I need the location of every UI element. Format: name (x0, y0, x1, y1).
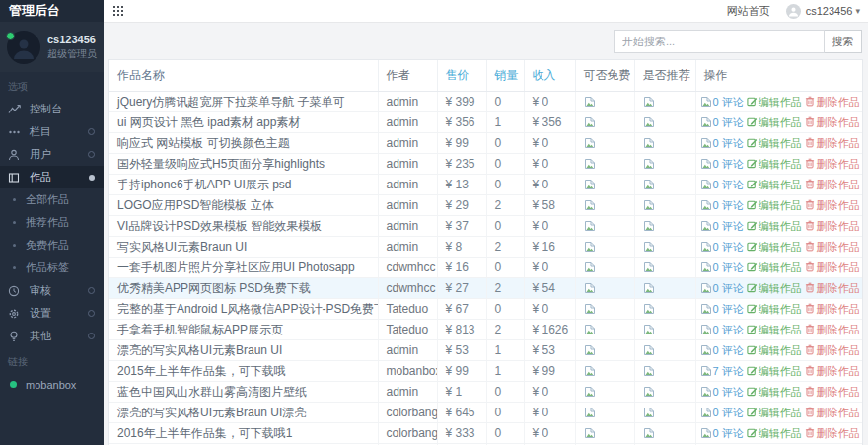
broken-image-icon[interactable] (584, 179, 596, 190)
edit-work-link[interactable]: 编辑作品 (747, 158, 802, 170)
comments-link[interactable]: 0 评论 (700, 137, 744, 149)
edit-work-link[interactable]: 编辑作品 (747, 427, 802, 439)
broken-image-icon[interactable] (643, 365, 655, 377)
broken-image-icon[interactable] (643, 137, 655, 149)
edit-work-link[interactable]: 编辑作品 (747, 179, 802, 190)
delete-work-link[interactable]: 删除作品 (805, 179, 860, 190)
broken-image-icon[interactable] (584, 303, 596, 315)
delete-work-link[interactable]: 删除作品 (805, 261, 860, 273)
work-title-link[interactable]: 写实风格UI元素Braun UI (117, 240, 247, 254)
sidebar-item-mobanbox[interactable]: mobanbox (0, 373, 104, 396)
broken-image-icon[interactable] (584, 137, 596, 149)
edit-work-link[interactable]: 编辑作品 (747, 282, 802, 294)
edit-work-link[interactable]: 编辑作品 (747, 137, 802, 149)
sidebar-item-settings[interactable]: 设置 (0, 302, 104, 325)
edit-work-link[interactable]: 编辑作品 (747, 365, 802, 377)
comments-link[interactable]: 0 评论 (700, 427, 744, 439)
comments-link[interactable]: 0 评论 (700, 303, 744, 315)
work-title-link[interactable]: 2015年上半年作品集，可下载哦 (117, 364, 286, 378)
broken-image-icon[interactable] (584, 344, 596, 356)
broken-image-icon[interactable] (584, 220, 596, 232)
broken-image-icon[interactable] (584, 158, 596, 170)
work-title-link[interactable]: 优秀精美APP网页图标 PSD免费下载 (117, 281, 311, 295)
comments-link[interactable]: 0 评论 (700, 386, 744, 398)
edit-work-link[interactable]: 编辑作品 (747, 199, 802, 211)
edit-work-link[interactable]: 编辑作品 (747, 324, 802, 335)
broken-image-icon[interactable] (584, 282, 596, 294)
edit-work-link[interactable]: 编辑作品 (747, 96, 802, 108)
sidebar-item-free-works[interactable]: 免费作品 (0, 234, 104, 257)
broken-image-icon[interactable] (643, 303, 655, 315)
delete-work-link[interactable]: 删除作品 (805, 282, 860, 294)
delete-work-link[interactable]: 删除作品 (805, 386, 860, 398)
apps-grid-icon[interactable] (113, 6, 124, 17)
comments-link[interactable]: 0 评论 (700, 220, 744, 232)
sidebar-item-columns[interactable]: 栏目 (0, 120, 104, 143)
work-title-link[interactable]: 国外轻量级响应式H5页面分享highlights (117, 157, 325, 171)
delete-work-link[interactable]: 删除作品 (805, 220, 860, 232)
broken-image-icon[interactable] (643, 96, 655, 108)
broken-image-icon[interactable] (584, 116, 596, 128)
edit-work-link[interactable]: 编辑作品 (747, 116, 802, 128)
broken-image-icon[interactable] (584, 365, 596, 377)
work-title-link[interactable]: LOGO应用PSD智能模板 立体 (117, 198, 274, 212)
broken-image-icon[interactable] (584, 386, 596, 398)
broken-image-icon[interactable] (643, 199, 655, 211)
column-header-income[interactable]: 收入 (524, 60, 575, 92)
broken-image-icon[interactable] (584, 241, 596, 253)
comments-link[interactable]: 0 评论 (700, 179, 744, 190)
broken-image-icon[interactable] (584, 199, 596, 211)
broken-image-icon[interactable] (584, 407, 596, 418)
user-name[interactable]: cs123456 ▾ (47, 34, 98, 45)
broken-image-icon[interactable] (584, 261, 596, 273)
sidebar-item-console[interactable]: 控制台 (0, 98, 104, 120)
work-title-link[interactable]: VI品牌设计PSD效果模板 智能效果模板 (117, 219, 322, 233)
comments-link[interactable]: 0 评论 (700, 158, 744, 170)
broken-image-icon[interactable] (584, 427, 596, 439)
edit-work-link[interactable]: 编辑作品 (747, 386, 802, 398)
delete-work-link[interactable]: 删除作品 (805, 158, 860, 170)
column-header-price[interactable]: 售价 (437, 60, 486, 92)
sidebar-item-work-tags[interactable]: 作品标签 (0, 257, 104, 279)
sidebar-item-users[interactable]: 用户 (0, 143, 104, 166)
comments-link[interactable]: 0 评论 (700, 324, 744, 335)
delete-work-link[interactable]: 删除作品 (805, 365, 860, 377)
comments-link[interactable]: 0 评论 (700, 344, 744, 356)
work-title-link[interactable]: 2016年上半年作品集，可下载哦1 (117, 426, 292, 440)
delete-work-link[interactable]: 删除作品 (805, 96, 860, 108)
delete-work-link[interactable]: 删除作品 (805, 407, 860, 418)
edit-work-link[interactable]: 编辑作品 (747, 241, 802, 253)
comments-link[interactable]: 0 评论 (700, 407, 744, 418)
edit-work-link[interactable]: 编辑作品 (747, 261, 802, 273)
broken-image-icon[interactable] (643, 427, 655, 439)
comments-link[interactable]: 0 评论 (700, 116, 744, 128)
site-home-link[interactable]: 网站首页 (727, 4, 770, 19)
work-title-link[interactable]: 蓝色中国风山水群山雾高清图片壁纸 (117, 385, 307, 399)
broken-image-icon[interactable] (643, 261, 655, 273)
broken-image-icon[interactable] (643, 324, 655, 335)
broken-image-icon[interactable] (584, 96, 596, 108)
delete-work-link[interactable]: 删除作品 (805, 324, 860, 335)
delete-work-link[interactable]: 删除作品 (805, 344, 860, 356)
broken-image-icon[interactable] (643, 407, 655, 418)
sidebar-item-other[interactable]: 其他 (0, 325, 104, 347)
edit-work-link[interactable]: 编辑作品 (747, 407, 802, 418)
broken-image-icon[interactable] (643, 344, 655, 356)
delete-work-link[interactable]: 删除作品 (805, 116, 860, 128)
broken-image-icon[interactable] (643, 241, 655, 253)
column-header-sales[interactable]: 销量 (486, 60, 524, 92)
broken-image-icon[interactable] (643, 179, 655, 190)
work-title-link[interactable]: 漂亮的写实风格UI元素Braun UI (117, 343, 282, 357)
work-title-link[interactable]: 手拿着手机智能鼠标APP展示页 (117, 323, 283, 336)
work-title-link[interactable]: 漂亮的写实风格UI元素Braun UI漂亮 (117, 406, 306, 419)
broken-image-icon[interactable] (584, 324, 596, 335)
search-input[interactable] (614, 30, 825, 53)
edit-work-link[interactable]: 编辑作品 (747, 303, 802, 315)
sidebar-item-review[interactable]: 审核 (0, 279, 104, 302)
delete-work-link[interactable]: 删除作品 (805, 427, 860, 439)
delete-work-link[interactable]: 删除作品 (805, 303, 860, 315)
comments-link[interactable]: 0 评论 (700, 282, 744, 294)
sidebar-item-featured-works[interactable]: 推荐作品 (0, 211, 104, 234)
topbar-username[interactable]: cs123456 (806, 5, 853, 17)
search-button[interactable]: 搜索 (825, 30, 862, 53)
